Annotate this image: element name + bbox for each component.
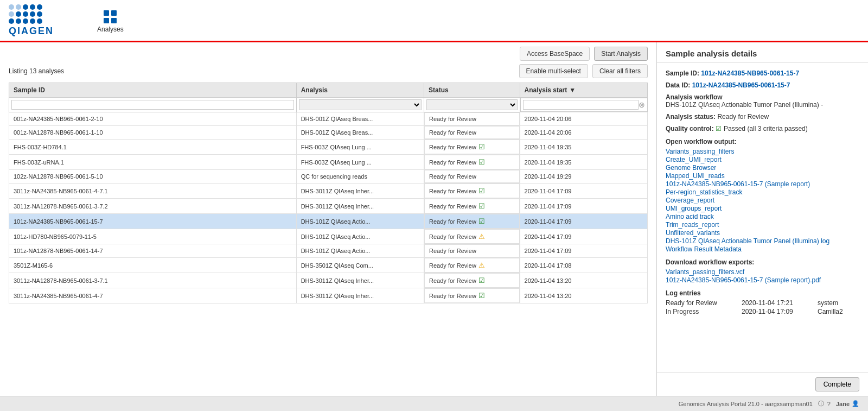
listing-count: Listing 13 analyses xyxy=(9,67,64,75)
cell-status: Ready for Review☑ xyxy=(424,140,520,154)
log-entry: In Progress2020-11-04 17:09Camilla2 xyxy=(666,308,859,315)
detail-panel-header: Sample analysis details xyxy=(657,42,868,63)
table-row[interactable]: 101z-HD780-NB965-0079-11-5DHS-101Z QIAse… xyxy=(9,229,648,244)
cell-date: 2020-11-04 17:09 xyxy=(520,229,647,244)
workflow-link[interactable]: Coverage_report xyxy=(666,197,859,204)
cell-status: Ready for Review xyxy=(424,244,520,257)
logo-dot xyxy=(23,11,28,17)
workflow-link[interactable]: Workflow Result Metadata xyxy=(666,245,859,253)
workflow-link[interactable]: Amino acid track xyxy=(666,213,859,220)
workflow-link[interactable]: DHS-101Z QIAseq Actionable Tumor Panel (… xyxy=(666,237,859,245)
footer-help-icon[interactable]: ? xyxy=(827,401,831,407)
footer-text: Genomics Analysis Portal 21.0 - aargxsam… xyxy=(679,401,813,407)
filter-status-select[interactable] xyxy=(426,99,518,110)
cell-date: 2020-11-04 17:08 xyxy=(520,258,647,273)
analyses-nav-label: Analyses xyxy=(97,26,124,33)
workflow-link[interactable]: Mapped_UMI_reads xyxy=(666,172,859,180)
footer-info-icon[interactable]: ⓘ xyxy=(818,400,824,408)
status-check-icon: ☑ xyxy=(478,217,485,225)
sort-icon[interactable]: ▼ xyxy=(569,86,576,94)
start-analysis-button[interactable]: Start Analysis xyxy=(594,47,648,61)
cell-status: Ready for Review☑ xyxy=(424,273,520,288)
logo-dot xyxy=(30,11,35,17)
qc-value: ☑ Passed (all 3 criteria passed) xyxy=(716,125,808,132)
logo-icon: QIAGEN xyxy=(9,4,54,37)
status-check-icon: ☑ xyxy=(478,202,485,210)
workflow-link[interactable]: Create_UMI_report xyxy=(666,156,859,163)
workflow-link[interactable]: Genome Browser xyxy=(666,164,859,172)
table-row[interactable]: FHS-003Z-uRNA.1FHS-003Z QIAseq Lung ...R… xyxy=(9,155,648,170)
detail-panel-footer: Complete xyxy=(657,372,868,396)
logo-dot xyxy=(37,18,42,24)
workflow-links-container: Variants_passing_filtersCreate_UMI_repor… xyxy=(666,148,859,253)
cell-date: 2020-11-04 13:20 xyxy=(520,288,647,303)
table-row[interactable]: 3501Z-M165-6DHS-3501Z QIAseq Com...Ready… xyxy=(9,258,648,273)
detail-panel: Sample analysis details Sample ID: 101z-… xyxy=(656,42,868,396)
cell-status: Ready for Review xyxy=(424,126,520,139)
cell-date: 2020-11-04 20:06 xyxy=(520,126,647,140)
cell-analysis: DHS-001Z QIAseq Breas... xyxy=(296,126,424,140)
filter-analysis-select[interactable] xyxy=(299,99,422,110)
data-id-value: 101z-NA24385-NB965-0061-15-7 xyxy=(692,81,790,89)
cell-sample-id: 102z-NA12878-NB965-0061-5-10 xyxy=(9,170,297,184)
toolbar-actions: Enable multi-select Clear all filters xyxy=(519,64,648,78)
cell-sample-id: 3011z-NA12878-NB965-0061-3-7.2 xyxy=(9,199,297,214)
logo-dot xyxy=(16,11,21,17)
filter-date-clear[interactable]: ⊗ xyxy=(639,100,645,109)
workflow-link[interactable]: Trim_reads_report xyxy=(666,221,859,229)
cell-date: 2020-11-04 17:09 xyxy=(520,199,647,214)
cell-sample-id: FHS-003Z-HD784.1 xyxy=(9,140,297,155)
logo-dot xyxy=(37,11,42,17)
table-row[interactable]: 3011z-NA24385-NB965-0061-4-7.1DHS-3011Z … xyxy=(9,184,648,199)
table-row[interactable]: 101z-NA24385-NB965-0061-15-7DHS-101Z QIA… xyxy=(9,214,648,229)
col-status: Status xyxy=(424,83,520,98)
filter-date-input[interactable] xyxy=(523,100,639,110)
table-row[interactable]: FHS-003Z-HD784.1FHS-003Z QIAseq Lung ...… xyxy=(9,140,648,155)
download-link[interactable]: 101z-NA24385-NB965-0061-15-7 (Sample rep… xyxy=(666,276,859,284)
table-row[interactable]: 3011z-NA24385-NB965-0061-4-7DHS-3011Z QI… xyxy=(9,288,648,303)
filter-sample-id-input[interactable] xyxy=(11,100,294,110)
cell-analysis: DHS-3011Z QIAseq Inher... xyxy=(296,184,424,199)
table-body: 001z-NA24385-NB965-0061-2-10DHS-001Z QIA… xyxy=(9,112,648,303)
workflow-link[interactable]: 101z-NA24385-NB965-0061-15-7 (Sample rep… xyxy=(666,180,859,188)
cell-sample-id: 101z-NA12878-NB965-0061-14-7 xyxy=(9,244,297,258)
workflow-link[interactable]: UMI_groups_report xyxy=(666,205,859,212)
enable-multiselect-button[interactable]: Enable multi-select xyxy=(519,64,588,78)
cell-analysis: DHS-3501Z QIAseq Com... xyxy=(296,258,424,273)
cell-date: 2020-11-04 20:06 xyxy=(520,112,647,126)
logo-dot xyxy=(9,4,14,10)
status-check-icon: ☑ xyxy=(478,143,485,151)
table-row[interactable]: 101z-NA12878-NB965-0061-14-7DHS-101Z QIA… xyxy=(9,244,648,258)
open-workflow-label: Open workflow output: xyxy=(666,138,859,146)
qc-row: Quality control: ☑ Passed (all 3 criteri… xyxy=(666,125,859,132)
cell-sample-id: 101z-HD780-NB965-0079-11-5 xyxy=(9,229,297,244)
detail-panel-content: Sample ID: 101z-NA24385-NB965-0061-15-7 … xyxy=(657,63,868,372)
logo-dot xyxy=(23,4,28,10)
access-basespace-button[interactable]: Access BaseSpace xyxy=(520,47,590,61)
analyses-nav[interactable]: Analyses xyxy=(97,8,124,33)
complete-button[interactable]: Complete xyxy=(815,377,859,391)
cell-date: 2020-11-04 19:35 xyxy=(520,155,647,170)
cell-analysis: DHS-101Z QIAseq Actio... xyxy=(296,214,424,229)
table-row[interactable]: 001z-NA24385-NB965-0061-2-10DHS-001Z QIA… xyxy=(9,112,648,126)
detail-panel-title: Sample analysis details xyxy=(666,49,859,58)
workflow-link[interactable]: Unfiltered_variants xyxy=(666,229,859,237)
footer-user: Jane xyxy=(836,401,850,407)
table-row[interactable]: 3011z-NA12878-NB965-0061-3-7.1DHS-3011Z … xyxy=(9,273,648,288)
cell-analysis: QC for sequencing reads xyxy=(296,170,424,184)
cell-status: Ready for Review☑ xyxy=(424,214,520,229)
download-links-container: Variants_passing_filters.vcf101z-NA24385… xyxy=(666,268,859,284)
toolbar-row2: Listing 13 analyses Enable multi-select … xyxy=(9,64,648,78)
table-row[interactable]: 102z-NA12878-NB965-0061-5-10QC for seque… xyxy=(9,170,648,184)
table-row[interactable]: 001z-NA12878-NB965-0061-1-10DHS-001Z QIA… xyxy=(9,126,648,140)
clear-filters-button[interactable]: Clear all filters xyxy=(592,64,648,78)
download-link[interactable]: Variants_passing_filters.vcf xyxy=(666,268,859,276)
workflow-link[interactable]: Variants_passing_filters xyxy=(666,148,859,155)
analysis-status-label: Analysis status: xyxy=(666,113,716,121)
workflow-label: Analysis workflow xyxy=(666,93,859,101)
svg-rect-2 xyxy=(104,18,109,23)
data-id-row: Data ID: 101z-NA24385-NB965-0061-15-7 xyxy=(666,81,859,89)
workflow-link[interactable]: Per-region_statistics_track xyxy=(666,188,859,196)
cell-sample-id: 001z-NA12878-NB965-0061-1-10 xyxy=(9,126,297,140)
table-row[interactable]: 3011z-NA12878-NB965-0061-3-7.2DHS-3011Z … xyxy=(9,199,648,214)
